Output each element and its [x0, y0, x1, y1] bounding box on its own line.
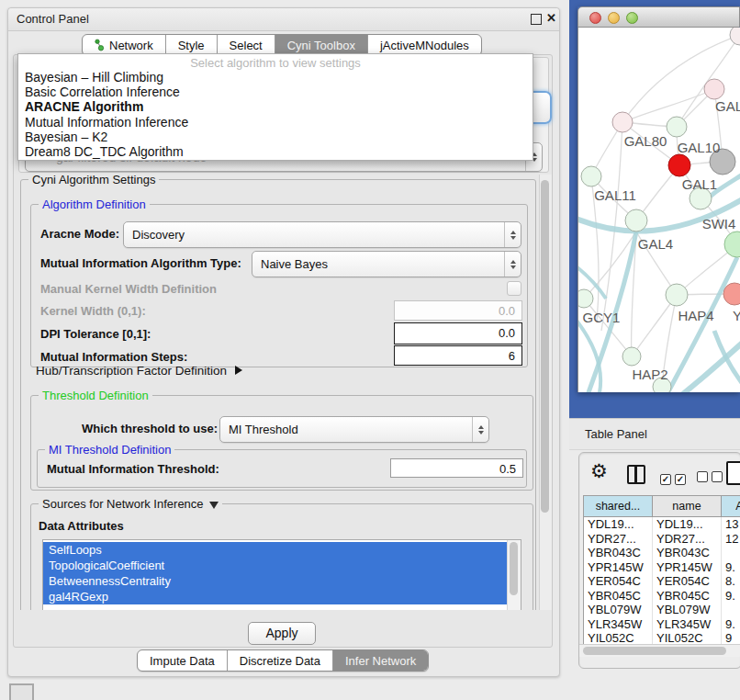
chevron-updown-icon — [504, 252, 521, 277]
table-cell[interactable]: YPR145W — [653, 560, 722, 575]
mi-threshold-field[interactable]: 0.5 — [390, 458, 523, 478]
settings-scrollbar[interactable] — [539, 175, 552, 610]
network-canvas[interactable]: GAL GAL80 GAL10 GAL1 GAL11 SWI4 GAL4 GCY… — [577, 28, 740, 392]
table-cell[interactable]: YBR045C — [653, 589, 722, 604]
tab-jactivemnodules[interactable]: jActiveMNodules — [367, 35, 481, 55]
tab-impute-data[interactable]: Impute Data — [138, 650, 227, 671]
column-header-shared[interactable]: shared... — [584, 496, 653, 517]
table-cell[interactable]: YLR345W — [584, 617, 653, 632]
popup-item-selected[interactable]: ARACNE Algorithm — [18, 99, 533, 114]
table-cell[interactable]: 12 — [722, 532, 740, 547]
list-scrollbar-thumb[interactable] — [510, 542, 518, 595]
node-label: Y — [733, 308, 740, 323]
column-header-partial[interactable]: A — [722, 496, 740, 517]
aracne-mode-combobox[interactable]: Discovery — [123, 221, 521, 248]
document-icon[interactable] — [726, 461, 740, 485]
popup-item[interactable]: Bayesian – Hill Climbing — [18, 70, 533, 85]
tab-network[interactable]: Network — [83, 35, 165, 55]
table-row[interactable]: YER054CYER054C8. — [584, 574, 740, 589]
table-cell[interactable]: 9. — [722, 589, 740, 604]
table-horizontal-scrollbar-thumb[interactable] — [583, 647, 726, 655]
columns-icon[interactable] — [627, 465, 645, 484]
node-gal80[interactable] — [612, 112, 633, 132]
window-close-button[interactable] — [589, 12, 601, 24]
node-gal10[interactable] — [667, 117, 687, 137]
which-threshold-combobox[interactable]: MI Threshold — [219, 416, 489, 443]
table-cell[interactable]: 13 — [722, 517, 740, 532]
table-cell[interactable]: YDL19... — [653, 517, 722, 532]
list-item[interactable]: SelfLoops — [43, 542, 508, 558]
table-cell[interactable]: YBR043C — [584, 546, 653, 560]
node-red[interactable] — [668, 154, 690, 176]
gear-icon[interactable]: ⚙ — [590, 460, 608, 482]
table-row[interactable]: YBR045CYBR045C9. — [584, 589, 740, 604]
table-cell[interactable]: YDL19... — [584, 517, 653, 532]
tab-style[interactable]: Style — [165, 35, 217, 55]
mi-type-combobox[interactable]: Naive Bayes — [252, 251, 521, 277]
show-checked-columns-button[interactable]: ✓✓ — [660, 469, 690, 486]
aracne-mode-label: Aracne Mode: — [40, 227, 119, 241]
tab-infer-network[interactable]: Infer Network — [332, 650, 428, 671]
node-gal-partial[interactable] — [704, 79, 724, 99]
popup-item[interactable]: Mutual Information Inference — [18, 115, 533, 130]
table-row[interactable]: YDR27...YDR27...12 — [584, 532, 740, 547]
network-window-titlebar[interactable] — [577, 6, 740, 28]
node-gal4[interactable] — [625, 209, 647, 231]
table-cell[interactable] — [722, 546, 740, 560]
data-attributes-list[interactable]: SelfLoops TopologicalCoefficient Between… — [42, 539, 521, 610]
close-icon[interactable]: ✕ — [546, 11, 556, 25]
list-item[interactable]: TopologicalCoefficient — [43, 558, 508, 573]
apply-button[interactable]: Apply — [248, 622, 316, 645]
popup-item[interactable]: Basic Correlation Inference — [18, 85, 533, 99]
table-cell[interactable]: YER054C — [653, 574, 722, 589]
node-gal11[interactable] — [581, 166, 601, 186]
table-row[interactable]: YBL079WYBL079W — [584, 603, 740, 617]
sources-title[interactable]: Sources for Network Inference — [39, 497, 222, 511]
settings-scrollbar-thumb[interactable] — [541, 180, 549, 513]
list-item[interactable]: BetweennessCentrality — [43, 573, 508, 589]
table-cell[interactable]: 9. — [722, 617, 740, 632]
table-cell[interactable]: YDR27... — [584, 532, 653, 547]
table-cell[interactable]: 9. — [722, 560, 740, 575]
table-cell[interactable]: YBL079W — [584, 603, 653, 617]
table-cell[interactable]: 8. — [722, 574, 740, 589]
table-row[interactable]: YLR345WYLR345W9. — [584, 617, 740, 632]
tab-cyni-toolbox[interactable]: Cyni Toolbox — [275, 35, 367, 55]
mi-steps-field[interactable]: 6 — [394, 345, 522, 366]
table-row[interactable]: YPR145WYPR145W9. — [584, 560, 740, 575]
table-cell[interactable]: YER054C — [584, 574, 653, 589]
table-row[interactable]: YBR043CYBR043C — [584, 546, 740, 560]
tab-select[interactable]: Select — [217, 35, 275, 55]
hide-columns-button[interactable] — [697, 469, 726, 486]
kernel-width-field[interactable]: 0.0 — [394, 300, 522, 321]
table-cell[interactable]: YPR145W — [584, 560, 653, 575]
node-hap2[interactable] — [622, 347, 641, 366]
tab-discretize-data[interactable]: Discretize Data — [227, 650, 332, 671]
table-row[interactable]: YDL19...YDL19...13 — [584, 517, 740, 532]
node-salmon[interactable] — [723, 283, 740, 305]
column-header-name[interactable]: name — [653, 496, 722, 517]
node-hap4[interactable] — [666, 284, 688, 306]
list-item[interactable]: gal4RGexp — [43, 589, 508, 604]
window-zoom-button[interactable] — [626, 12, 638, 24]
bottom-tabbar: Impute Data Discretize Data Infer Networ… — [137, 649, 429, 672]
popup-item[interactable]: Dream8 DC_TDC Algorithm — [18, 144, 533, 159]
popup-item[interactable]: Bayesian – K2 — [18, 130, 533, 144]
table-cell[interactable]: YBR045C — [584, 589, 653, 604]
window-minimize-button[interactable] — [608, 12, 620, 24]
manual-kernel-checkbox[interactable] — [507, 281, 521, 296]
hub-definition-toggle[interactable]: Hub/Transcription Factor Definition — [36, 364, 242, 378]
table-cell[interactable]: YDR27... — [653, 532, 722, 547]
control-panel-titlebar[interactable]: Control Panel ✕ — [8, 8, 559, 31]
table-cell[interactable] — [722, 603, 740, 617]
node-gcy1[interactable] — [578, 289, 593, 308]
table-cell[interactable]: YBR043C — [653, 546, 722, 560]
node-partial-top[interactable] — [730, 28, 740, 45]
float-icon[interactable] — [531, 14, 542, 25]
table-cell[interactable]: YLR345W — [653, 617, 722, 632]
table-horizontal-scrollbar[interactable] — [579, 644, 740, 657]
collapsed-panel-grip[interactable] — [9, 683, 34, 700]
table-cell[interactable]: YBL079W — [653, 603, 722, 617]
list-scrollbar[interactable] — [507, 540, 521, 610]
dpi-tolerance-field[interactable]: 0.0 — [394, 322, 522, 344]
